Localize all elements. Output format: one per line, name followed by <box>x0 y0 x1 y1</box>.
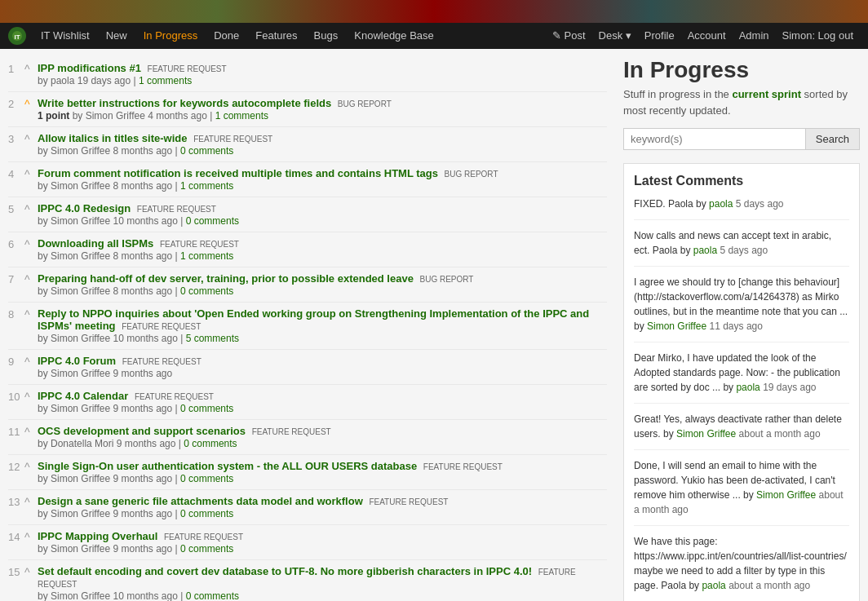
search-button[interactable]: Search <box>806 128 860 150</box>
issue-meta: by paola 19 days ago | 1 comments <box>38 75 607 86</box>
issue-author[interactable]: Simon Griffee <box>51 403 110 414</box>
comment-author[interactable]: Simon Griffee <box>676 428 736 440</box>
issue-comments[interactable]: 1 comments <box>215 110 268 122</box>
comment-author[interactable]: paola <box>693 245 717 256</box>
vote-arrow[interactable]: ^ <box>24 565 38 579</box>
issue-number: 7 <box>8 272 24 285</box>
nav-in-progress[interactable]: In Progress <box>135 23 206 49</box>
profile-link[interactable]: Profile <box>638 23 681 49</box>
post-link[interactable]: ✎ Post <box>546 23 592 49</box>
nav-done[interactable]: Done <box>206 23 247 49</box>
account-link[interactable]: Account <box>681 23 733 49</box>
issue-author[interactable]: Simon Griffee <box>51 368 110 379</box>
vote-arrow[interactable]: ^ <box>24 530 38 544</box>
vote-arrow[interactable]: ^ <box>24 495 38 509</box>
issue-comments[interactable]: 0 comments <box>180 473 233 484</box>
issue-content: Write better instructions for keywords a… <box>38 97 607 122</box>
comment-time: 11 days ago <box>710 320 763 332</box>
issue-author[interactable]: Simon Griffee <box>51 215 110 227</box>
issue-comments[interactable]: 0 comments <box>186 215 239 227</box>
vote-arrow[interactable]: ^ <box>24 390 38 404</box>
issue-title[interactable]: IPPC 4.0 Forum <box>38 355 116 367</box>
issue-comments[interactable]: 1 comments <box>180 250 233 262</box>
issue-title[interactable]: Preparing hand-off of dev server, traini… <box>38 272 414 285</box>
logout-link[interactable]: Simon: Log out <box>776 23 860 49</box>
issue-comments[interactable]: 5 comments <box>186 333 239 344</box>
issue-title[interactable]: Allow italics in titles site-wide <box>38 132 188 144</box>
issue-number: 3 <box>8 132 24 145</box>
nav-features[interactable]: Features <box>247 23 305 49</box>
issue-number: 12 <box>8 460 24 473</box>
issue-author[interactable]: Simon Griffee <box>51 543 110 555</box>
comment-author[interactable]: paola <box>709 198 733 210</box>
issue-author[interactable]: Simon Griffee <box>51 508 110 519</box>
comment-author[interactable]: paola <box>736 382 760 393</box>
comment-author[interactable]: Simon Griffee <box>756 489 816 501</box>
comment-author[interactable]: paola <box>702 580 725 591</box>
vote-arrow[interactable]: ^ <box>24 272 38 286</box>
comment-author[interactable]: Simon Griffee <box>647 320 706 332</box>
issue-author[interactable]: Simon Griffee <box>86 110 145 122</box>
issue-title[interactable]: Forum comment notification is received m… <box>38 167 438 179</box>
issue-comments[interactable]: 1 comments <box>139 75 192 86</box>
nav-it-wishlist[interactable]: IT Wishlist <box>33 23 98 49</box>
issue-author[interactable]: Simon Griffee <box>51 333 110 344</box>
issue-comments[interactable]: 0 comments <box>180 145 233 157</box>
issue-number: 13 <box>8 495 24 508</box>
issue-author[interactable]: Simon Griffee <box>51 590 110 601</box>
issue-title[interactable]: Write better instructions for keywords a… <box>38 97 331 109</box>
issue-title[interactable]: Set default encoding and covert dev data… <box>38 565 532 577</box>
vote-arrow[interactable]: ^ <box>24 97 38 111</box>
issue-meta: by Simon Griffee 8 months ago | 1 commen… <box>38 180 607 192</box>
nav-knowledge-base[interactable]: Knowledge Base <box>346 23 442 49</box>
admin-link[interactable]: Admin <box>733 23 776 49</box>
vote-arrow[interactable]: ^ <box>24 202 38 216</box>
sidebar: In Progress Stuff in progress in the cur… <box>623 57 860 601</box>
issue-item: 13 ^ Design a sane generic file attachme… <box>8 490 607 525</box>
issue-title[interactable]: Reply to NPPO inquiries about 'Open Ende… <box>38 307 589 332</box>
issue-item: 3 ^ Allow italics in titles site-wide FE… <box>8 127 607 162</box>
vote-arrow[interactable]: ^ <box>24 237 38 251</box>
issue-comments[interactable]: 0 comments <box>180 543 233 555</box>
issue-title[interactable]: Downloading all ISPMs <box>38 237 153 250</box>
search-input[interactable] <box>623 128 806 150</box>
issue-tag: FEATURE REQUEST <box>148 64 227 73</box>
issue-comments[interactable]: 0 comments <box>180 403 233 414</box>
vote-arrow[interactable]: ^ <box>24 62 38 76</box>
issue-author[interactable]: Simon Griffee <box>51 285 110 297</box>
nav-bugs[interactable]: Bugs <box>306 23 347 49</box>
desk-link[interactable]: Desk ▾ <box>592 23 638 49</box>
issue-author[interactable]: Donatella Mori <box>51 438 113 449</box>
issue-number: 4 <box>8 167 24 180</box>
vote-arrow[interactable]: ^ <box>24 307 38 321</box>
issue-title[interactable]: OCS development and support scenarios <box>38 425 246 437</box>
vote-arrow[interactable]: ^ <box>24 425 38 439</box>
vote-arrow[interactable]: ^ <box>24 355 38 369</box>
issue-author[interactable]: Simon Griffee <box>51 180 110 192</box>
logo[interactable]: IT <box>8 27 26 45</box>
issue-author[interactable]: Simon Griffee <box>51 473 110 484</box>
issue-title[interactable]: IPPC Mapping Overhaul <box>38 530 157 542</box>
issue-number: 14 <box>8 530 24 543</box>
issue-author[interactable]: Simon Griffee <box>51 250 110 262</box>
issue-title[interactable]: Design a sane generic file attachments d… <box>38 495 363 507</box>
issue-author[interactable]: paola <box>51 75 74 86</box>
svg-text:IT: IT <box>14 33 20 41</box>
issue-title[interactable]: IPPC 4.0 Calendar <box>38 390 128 402</box>
issue-comments[interactable]: 1 comments <box>180 180 233 192</box>
comment-entry: We have this page: https://www.ippc.int/… <box>634 534 849 601</box>
issue-comments[interactable]: 0 comments <box>180 285 233 297</box>
vote-arrow[interactable]: ^ <box>24 132 38 146</box>
issue-comments[interactable]: 0 comments <box>180 508 233 519</box>
issue-title[interactable]: Single Sign-On user authentication syste… <box>38 460 417 472</box>
issue-comments[interactable]: 0 comments <box>186 590 239 601</box>
issue-title[interactable]: IPPC 4.0 Redesign <box>38 202 131 214</box>
issue-list: 1 ^ IPP modifications #1 FEATURE REQUEST… <box>8 57 607 601</box>
issue-title[interactable]: IPP modifications #1 <box>38 62 141 74</box>
issue-author[interactable]: Simon Griffee <box>51 145 110 157</box>
issue-meta: 1 point by Simon Griffee 4 months ago | … <box>38 110 607 122</box>
vote-arrow[interactable]: ^ <box>24 460 38 474</box>
nav-new[interactable]: New <box>98 23 135 49</box>
vote-arrow[interactable]: ^ <box>24 167 38 181</box>
issue-comments[interactable]: 0 comments <box>184 438 237 449</box>
